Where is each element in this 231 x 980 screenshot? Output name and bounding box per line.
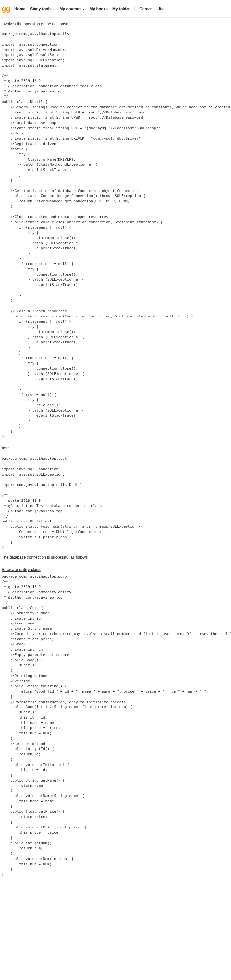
- nav-life[interactable]: Life: [156, 6, 163, 12]
- entity-section-title: V: create entity class: [2, 567, 229, 573]
- code-block-entity: package com.javayihao.top.pojo; /** * @d…: [2, 574, 229, 877]
- header: gg Home Study tools⌄ My courses⌄ My book…: [0, 0, 231, 18]
- chevron-down-icon: ⌄: [53, 6, 55, 11]
- content: involves the operation of the database. …: [0, 18, 231, 880]
- nav-home[interactable]: Home: [14, 6, 25, 12]
- code-block-test: package com.javayihao.top.test; import j…: [2, 456, 229, 550]
- test-section-title: test: [2, 445, 229, 451]
- nav-study-tools[interactable]: Study tools⌄: [30, 6, 55, 12]
- db-success-text: The database connection is successful as…: [2, 554, 229, 560]
- nav-label: My courses: [60, 6, 82, 12]
- nav-my-books[interactable]: My books: [90, 6, 108, 12]
- code-block-dbutil: package com.javayihao.top.utils; import …: [2, 32, 229, 439]
- intro-text: involves the operation of the database.: [2, 21, 229, 27]
- chevron-down-icon: ⌄: [82, 6, 85, 11]
- nav-label: Study tools: [30, 6, 51, 12]
- logo[interactable]: gg: [2, 3, 10, 14]
- nav-my-folder[interactable]: My folder: [112, 6, 130, 12]
- nav-career[interactable]: Career: [139, 6, 152, 12]
- nav-my-courses[interactable]: My courses⌄: [60, 6, 85, 12]
